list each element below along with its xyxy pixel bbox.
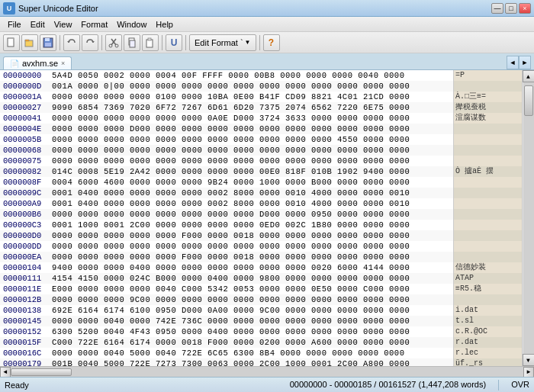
hex-bytes[interactable]: 0000 0000 0000 D000 0000 0000 0000 0000 …	[52, 124, 453, 133]
cut-button[interactable]	[105, 34, 122, 51]
hex-address: 0000005B	[0, 135, 52, 144]
hex-bytes[interactable]: 0001 0400 0000 0000 0000 0000 0002 8000 …	[52, 188, 453, 198]
tab-nav-left[interactable]: ◄	[507, 56, 519, 69]
svg-rect-16	[148, 38, 151, 40]
redo-button[interactable]	[82, 34, 98, 51]
hex-bytes[interactable]: 5A4D 0050 0002 0000 0004 00F FFFF 0000 0…	[52, 71, 453, 80]
table-row: 0000004E 0000 0000 0000 D000 0000 0000 0…	[0, 124, 453, 134]
table-row: 000000C3 0001 1000 0001 2C00 0000 0000 0…	[0, 220, 453, 230]
hex-bytes[interactable]: 0000 0000 0000 0000 0000 0000 0000 0000 …	[52, 146, 453, 155]
scroll-down-button[interactable]: ▼	[523, 354, 535, 366]
vertical-scrollbar[interactable]: ▲ ▼	[522, 70, 534, 366]
list-item: À.□三≡=	[454, 92, 522, 102]
tab-navigation: ◄ ►	[507, 56, 531, 69]
window-title: Super Unicode Editor	[18, 4, 98, 13]
hex-address: 00000145	[0, 316, 52, 326]
hex-address: 00000082	[0, 167, 52, 176]
h-scroll-track[interactable]	[11, 368, 523, 377]
hex-bytes[interactable]: E000 0000 0000 0000 0040 C000 5342 0053 …	[52, 284, 453, 294]
table-row: 0000015F C000 722E 6164 6174 0000 0018 F…	[0, 337, 453, 348]
hex-bytes[interactable]: 0001 1000 0001 2C00 0000 0000 0000 0000 …	[52, 220, 453, 230]
open-button[interactable]	[21, 34, 38, 51]
hex-bytes[interactable]: 001A 0000 0|00 0000 0000 0000 0000 0000 …	[52, 82, 453, 91]
list-item: r.dat	[454, 337, 522, 348]
menu-file[interactable]: File	[3, 18, 26, 31]
list-item: Ò 攎aÈ 摆	[454, 166, 522, 177]
tab-avxhm[interactable]: 📄 avxhm.se ×	[3, 56, 72, 69]
hex-bytes[interactable]: 0001 0400 0000 0000 0000 0000 0002 8000 …	[52, 199, 453, 208]
hex-address: 000000A9	[0, 199, 52, 208]
hex-bytes[interactable]: 0000 0000 0000 9C00 0000 0000 0000 0000 …	[52, 295, 453, 304]
status-bar: Ready 00000000 - 00000185 / 00161527 (1,…	[0, 377, 534, 392]
hex-bytes[interactable]: 0000 0000 0000 0000 0000 0000 0000 0000 …	[52, 210, 453, 219]
table-row: 0000009C 0001 0400 0000 0000 0000 0000 0…	[0, 188, 453, 198]
list-item: üf._rs	[454, 358, 522, 366]
hex-bytes[interactable]: 0000 0000 0040 0000 742E 736C 0000 0000 …	[52, 316, 453, 326]
h-scroll-thumb[interactable]	[11, 368, 72, 376]
minimize-button[interactable]: —	[491, 3, 503, 14]
hex-address: 0000012B	[0, 295, 52, 304]
hex-bytes[interactable]: 001B 0040 5000 722E 7273 7300 0063 0000 …	[52, 359, 453, 366]
hex-bytes[interactable]: 9090 6854 7369 7020 6F72 7267 6D61 6D20 …	[52, 103, 453, 112]
hex-bytes[interactable]: 0000 0000 0000 0000 0000 0000 0000 0000 …	[52, 156, 453, 165]
menu-view[interactable]: View	[50, 18, 77, 31]
tab-close-button[interactable]: ×	[61, 59, 65, 67]
list-item: =P	[454, 70, 522, 81]
menu-help[interactable]: Help	[151, 18, 178, 31]
menu-edit[interactable]: Edit	[26, 18, 50, 31]
paste-button[interactable]	[142, 34, 159, 51]
hex-bytes[interactable]: 0000 0000 0000 0000 0000 0000 0000 0000 …	[52, 135, 453, 144]
save-button[interactable]	[40, 34, 56, 51]
horizontal-scrollbar[interactable]: ◄ ►	[0, 366, 534, 377]
hex-address: 000000B6	[0, 210, 52, 219]
hex-bytes[interactable]: 0004 6000 4600 0000 0000 0000 9B24 0000 …	[52, 178, 453, 187]
scroll-track[interactable]	[523, 82, 534, 354]
maximize-button[interactable]: □	[505, 3, 517, 14]
list-item	[454, 220, 522, 230]
scroll-right-button[interactable]: ►	[523, 367, 534, 378]
table-row: 000000D0 0000 0000 0000 0000 0000 F000 0…	[0, 230, 453, 241]
svg-marker-8	[92, 41, 95, 43]
help-button[interactable]: ?	[263, 34, 280, 51]
table-row: 00000138 692E 6164 6174 6100 0950 D000 0…	[0, 305, 453, 316]
hex-lines[interactable]: 00000000 5A4D 0050 0002 0000 0004 00F FF…	[0, 70, 453, 366]
title-bar-left: U Super Unicode Editor	[3, 2, 98, 14]
hex-bytes[interactable]: 6300 5200 0040 4F43 0950 0000 0400 0000 …	[52, 327, 453, 336]
special-button[interactable]: U	[166, 34, 182, 51]
hex-address: 00000027	[0, 103, 52, 112]
tab-nav-right[interactable]: ►	[519, 56, 531, 69]
hex-bytes[interactable]: 0000 0000 0040 5000 0040 722E 6C65 6300 …	[52, 349, 453, 358]
hex-bytes[interactable]: 014C 0008 5E19 2A42 0000 0000 0000 0000 …	[52, 167, 453, 176]
menu-format[interactable]: Format	[76, 18, 112, 31]
status-divider	[498, 380, 499, 390]
undo-button[interactable]	[63, 34, 80, 51]
hex-address: 000000C3	[0, 220, 52, 230]
hex-bytes[interactable]: 0000 0000 0000 0000 0000 F000 0000 0018 …	[52, 231, 453, 240]
new-button[interactable]	[3, 34, 20, 51]
edit-format-button[interactable]: Edit Format ` ▼	[189, 34, 256, 51]
hex-bytes[interactable]: 0000 0000 0000 0000 0100 0000 10BA 0E00 …	[52, 92, 453, 101]
hex-bytes[interactable]: 4154 4150 0000 024C B000 0000 0400 0000 …	[52, 274, 453, 283]
hex-address: 0000016C	[0, 349, 52, 358]
hex-bytes[interactable]: 0000 0000 0000 0000 0000 0000 0A0E D000 …	[52, 114, 453, 123]
scroll-up-button[interactable]: ▲	[523, 70, 535, 82]
copy-button[interactable]	[124, 34, 140, 51]
hex-bytes[interactable]: C000 722E 6164 6174 0000 0018 F000 0000 …	[52, 338, 453, 347]
list-item	[454, 252, 522, 262]
close-button[interactable]: ×	[519, 3, 531, 14]
scroll-left-button[interactable]: ◄	[0, 367, 11, 378]
hex-bytes[interactable]: 692E 6164 6174 6100 0950 D000 0A00 0000 …	[52, 306, 453, 315]
table-row: 00000179 001B 0040 5000 722E 7273 7300 0…	[0, 358, 453, 366]
hex-bytes[interactable]: 0000 0000 0000 0000 0000 F000 0000 0018 …	[52, 252, 453, 262]
hex-bytes[interactable]: 0000 0000 0000 0000 0000 0000 0000 0000 …	[52, 242, 453, 251]
list-item: ATAP	[454, 273, 522, 284]
list-item	[454, 198, 522, 209]
list-item: 渲腐谋数	[454, 113, 522, 124]
list-item	[454, 156, 522, 166]
hex-bytes[interactable]: 9400 0000 0000 0400 0000 0000 0000 0000 …	[52, 263, 453, 272]
scroll-thumb[interactable]	[524, 85, 533, 116]
list-item: i.dat	[454, 305, 522, 316]
table-row: 00000027 9090 6854 7369 7020 6F72 7267 6…	[0, 102, 453, 113]
menu-window[interactable]: Window	[112, 18, 151, 31]
table-row: 0000016C 0000 0000 0040 5000 0040 722E 6…	[0, 348, 453, 358]
